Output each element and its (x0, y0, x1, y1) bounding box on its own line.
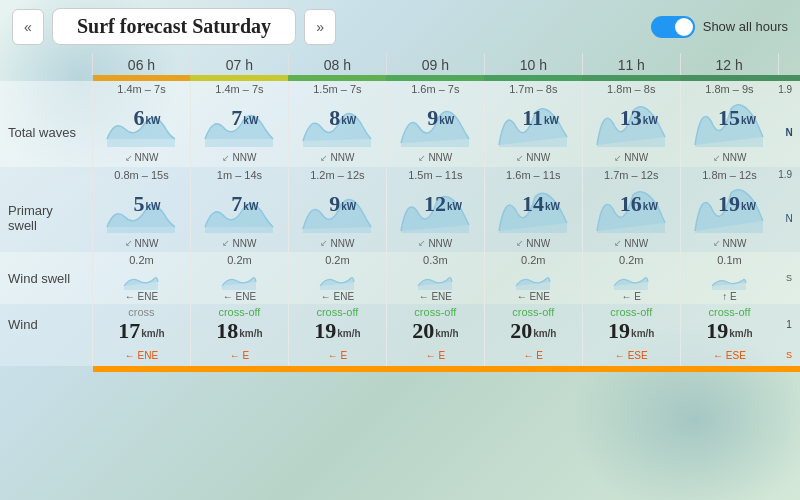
hours-label-cell (0, 53, 93, 75)
page-title: Surf forecast Saturday (52, 8, 296, 45)
wind-10: cross-off 20km/h (484, 304, 582, 344)
tw-meta-10: 1.7m – 8s (484, 81, 582, 99)
primary-swell-icons-row: Primary swell 5kW ↙ NNW 7kW ↙ NNW 9kW (0, 185, 800, 253)
tw-wave-09: 9kW ↙ NNW (386, 99, 484, 167)
wind-quality-row: Wind cross 17km/h cross-off 18km/h cross… (0, 304, 800, 344)
ws-07: 0.2m ← ENE (190, 252, 288, 304)
header: « Surf forecast Saturday » Show all hour… (0, 0, 800, 53)
ps-meta-12: 1.8m – 12s (680, 167, 778, 185)
ps-meta-09: 1.5m – 11s (386, 167, 484, 185)
hour-08: 08 h (288, 53, 386, 75)
hour-06: 06 h (93, 53, 191, 75)
wind-09: cross-off 20km/h (386, 304, 484, 344)
ps-meta-08: 1.2m – 12s (288, 167, 386, 185)
total-waves-meta-row: 1.4m – 7s 1.4m – 7s 1.5m – 7s 1.6m – 7s … (0, 81, 800, 99)
tw-wave-12: 15kW ↙ NNW (680, 99, 778, 167)
hour-07: 07 h (190, 53, 288, 75)
ps-wave-10: 14kW ↙ NNW (484, 185, 582, 253)
wind-swell-row: Wind swell 0.2m ← ENE 0.2m ← ENE 0.2m (0, 252, 800, 304)
show-all-hours-toggle[interactable] (651, 16, 695, 38)
ws-12: 0.1m ↑ E (680, 252, 778, 304)
wind-dir-12: ← ESE (680, 344, 778, 366)
total-waves-section-label: Total waves (0, 99, 93, 167)
wind-08: cross-off 19km/h (288, 304, 386, 344)
ws-06: 0.2m ← ENE (93, 252, 191, 304)
ws-10: 0.2m ← ENE (484, 252, 582, 304)
hour-09: 09 h (386, 53, 484, 75)
tw-meta-12: 1.8m – 9s (680, 81, 778, 99)
ws-08: 0.2m ← ENE (288, 252, 386, 304)
tw-meta-11: 1.8m – 8s (582, 81, 680, 99)
ps-wave-11: 16kW ↙ NNW (582, 185, 680, 253)
wind-dir-label (0, 344, 93, 366)
total-waves-icons-row: Total waves 6kW ↙ NNW 7kW ↙ N (0, 99, 800, 167)
wind-swell-section-label: Wind swell (0, 252, 93, 304)
ps-meta-06: 0.8m – 15s (93, 167, 191, 185)
wind-12: cross-off 19km/h (680, 304, 778, 344)
wind-dir-06: ← ENE (93, 344, 191, 366)
hour-partial (778, 53, 800, 75)
tw-wave-06: 6kW ↙ NNW (93, 99, 191, 167)
ps-wave-08: 9kW ↙ NNW (288, 185, 386, 253)
ps-wave-07: 7kW ↙ NNW (190, 185, 288, 253)
toggle-label: Show all hours (703, 19, 788, 34)
wind-section-label: Wind (0, 304, 93, 344)
next-button[interactable]: » (304, 9, 336, 45)
primary-swell-meta-row: 0.8m – 15s 1m – 14s 1.2m – 12s 1.5m – 11… (0, 167, 800, 185)
hour-12: 12 h (680, 53, 778, 75)
hours-row: 06 h 07 h 08 h 09 h 10 h 11 h 12 h (0, 53, 800, 75)
wind-dir-10: ← E (484, 344, 582, 366)
tw-meta-07: 1.4m – 7s (190, 81, 288, 99)
wind-dir-row: ← ENE ← E ← E ← E ← E ← ESE ← ESE S (0, 344, 800, 366)
ps-meta-11: 1.7m – 12s (582, 167, 680, 185)
ws-11: 0.2m ← E (582, 252, 680, 304)
tw-meta-06: 1.4m – 7s (93, 81, 191, 99)
ps-meta-07: 1m – 14s (190, 167, 288, 185)
tw-wave-10: 11kW ↙ NNW (484, 99, 582, 167)
wind-07: cross-off 18km/h (190, 304, 288, 344)
wind-dir-08: ← E (288, 344, 386, 366)
primary-swell-section-label: Primary swell (0, 185, 93, 253)
wind-dir-09: ← E (386, 344, 484, 366)
hour-11: 11 h (582, 53, 680, 75)
ps-wave-09: 12kW ↙ NNW (386, 185, 484, 253)
tw-wave-11: 13kW ↙ NNW (582, 99, 680, 167)
total-waves-label (0, 81, 93, 99)
ps-meta-10: 1.6m – 11s (484, 167, 582, 185)
ws-09: 0.3m ← ENE (386, 252, 484, 304)
toggle-container: Show all hours (651, 16, 788, 38)
tw-meta-09: 1.6m – 7s (386, 81, 484, 99)
tw-wave-07: 7kW ↙ NNW (190, 99, 288, 167)
tw-meta-08: 1.5m – 7s (288, 81, 386, 99)
ps-label-empty (0, 167, 93, 185)
forecast-table: 06 h 07 h 08 h 09 h 10 h 11 h 12 h 1.4m … (0, 53, 800, 372)
wind-11: cross-off 19km/h (582, 304, 680, 344)
ps-wave-12: 19kW ↙ NNW (680, 185, 778, 253)
ps-wave-06: 5kW ↙ NNW (93, 185, 191, 253)
toggle-thumb (675, 18, 693, 36)
wind-06: cross 17km/h (93, 304, 191, 344)
wind-dir-07: ← E (190, 344, 288, 366)
hour-10: 10 h (484, 53, 582, 75)
orange-bar-row (0, 366, 800, 372)
forecast-table-container: 06 h 07 h 08 h 09 h 10 h 11 h 12 h 1.4m … (0, 53, 800, 372)
tw-wave-08: 8kW ↙ NNW (288, 99, 386, 167)
wind-dir-11: ← ESE (582, 344, 680, 366)
prev-button[interactable]: « (12, 9, 44, 45)
